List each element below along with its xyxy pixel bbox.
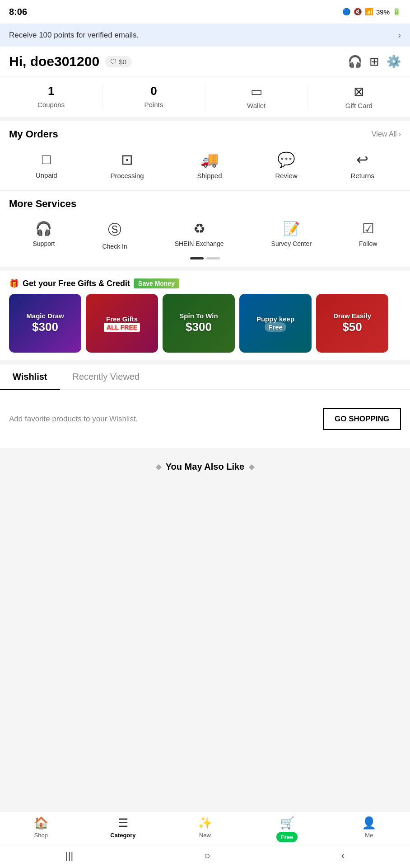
recently-viewed-tab-label: Recently Viewed <box>73 372 140 382</box>
gift-card-free-gifts[interactable]: Free GiftsALL FREE <box>86 294 158 353</box>
services-title: More Services <box>9 198 76 210</box>
header: Hi, doe301200 🛡 $0 🎧 ⊞ ⚙️ <box>0 47 410 76</box>
coupons-label: Coupons <box>37 101 65 108</box>
system-back-icon[interactable]: ‹ <box>341 850 345 862</box>
status-icons: 🔵 🔇 📶 39% 🔋 <box>342 8 401 16</box>
wishlist-empty-text: Add favorite products to your Wishlist. <box>9 415 138 424</box>
support-icon: 🎧 <box>35 221 52 236</box>
me-icon: 👤 <box>362 816 376 830</box>
review-icon: 💬 <box>277 151 295 168</box>
returns-icon: ↩ <box>356 151 368 168</box>
promo-arrow: › <box>398 30 401 40</box>
new-icon: ✨ <box>198 816 212 830</box>
points-label: Points <box>144 101 163 108</box>
services-header: More Services <box>9 198 401 210</box>
survey-icon: 📝 <box>283 221 300 236</box>
settings-icon[interactable]: ⚙️ <box>387 55 401 69</box>
points-stat[interactable]: 0 Points <box>102 84 205 109</box>
scan-icon[interactable]: ⊞ <box>369 55 379 69</box>
exchange-service[interactable]: ♻ SHEIN Exchange <box>171 217 228 254</box>
status-bar: 8:06 🔵 🔇 📶 39% 🔋 <box>0 0 410 24</box>
view-all-arrow: › <box>399 130 401 138</box>
unpaid-icon: □ <box>42 151 51 168</box>
processing-order[interactable]: ⊡ Processing <box>106 147 148 183</box>
giftcard-stat[interactable]: ⊠ Gift Card <box>308 84 410 109</box>
category-label: Category <box>110 832 135 839</box>
wishlist-tab-label: Wishlist <box>13 372 47 382</box>
nav-cart[interactable]: 🛒 Free <box>246 816 328 842</box>
gifts-scroll[interactable]: Magic Draw$300 Free GiftsALL FREE Spin T… <box>0 294 410 353</box>
greeting: Hi, doe301200 <box>9 54 99 69</box>
unpaid-order[interactable]: □ Unpaid <box>31 147 62 183</box>
services-row: 🎧 Support Ⓢ Check In ♻ SHEIN Exchange 📝 … <box>9 217 401 254</box>
survey-label: Survey Center <box>271 240 312 247</box>
wishlist-section: Wishlist Recently Viewed Add favorite pr… <box>0 364 410 448</box>
tabs-row: Wishlist Recently Viewed <box>0 364 410 390</box>
tab-recently-viewed[interactable]: Recently Viewed <box>60 364 153 389</box>
orders-section: My Orders View All › □ Unpaid ⊡ Processi… <box>0 121 410 190</box>
shipped-order[interactable]: 🚚 Shipped <box>192 147 226 183</box>
giftcard-label: Gift Card <box>345 102 373 109</box>
gift-card-label-draw: Draw Easily$50 <box>333 312 371 334</box>
view-all-label: View All <box>372 130 397 138</box>
gifts-header-text: Get your Free Gifts & Credit <box>23 279 130 288</box>
shop-label: Shop <box>34 832 48 839</box>
status-time: 8:06 <box>9 7 27 17</box>
gift-card-magic-draw[interactable]: Magic Draw$300 <box>9 294 81 353</box>
gift-card-puppy[interactable]: Puppy keepFree <box>239 294 312 353</box>
balance-badge[interactable]: 🛡 $0 <box>105 56 132 67</box>
also-like-label: You May Also Like <box>166 462 244 472</box>
gift-card-spin[interactable]: Spin To Win$300 <box>163 294 235 353</box>
system-nav: ||| ○ ‹ <box>0 845 410 868</box>
gift-card-label-puppy: Puppy keepFree <box>256 315 294 331</box>
points-count: 0 <box>150 84 157 98</box>
go-shopping-button[interactable]: GO SHOPPING <box>323 408 401 430</box>
orders-row: □ Unpaid ⊡ Processing 🚚 Shipped 💬 Review… <box>9 147 401 183</box>
services-section: More Services 🎧 Support Ⓢ Check In ♻ SHE… <box>0 190 410 267</box>
survey-service[interactable]: 📝 Survey Center <box>268 217 315 254</box>
battery-text: 39% <box>376 8 390 16</box>
nav-category[interactable]: ☰ Category <box>82 816 164 842</box>
review-order[interactable]: 💬 Review <box>270 147 302 183</box>
shipped-icon: 🚚 <box>200 151 219 168</box>
wallet-icon: ▭ <box>251 84 262 99</box>
wallet-stat[interactable]: ▭ Wallet <box>205 84 308 109</box>
gift-card-label-spin: Spin To Win$300 <box>179 312 218 334</box>
returns-label: Returns <box>351 172 375 179</box>
cart-icon: 🛒 <box>280 816 294 830</box>
wishlist-empty: Add favorite products to your Wishlist. … <box>0 390 410 448</box>
nav-items: 🏠 Shop ☰ Category ✨ New 🛒 Free 👤 Me <box>0 811 410 845</box>
save-money-badge: Save Money <box>134 278 179 288</box>
wifi-icon: 📶 <box>365 8 373 16</box>
also-like-content <box>9 472 401 517</box>
system-home-icon[interactable]: ○ <box>204 850 210 862</box>
category-icon: ☰ <box>118 816 128 830</box>
unpaid-label: Unpaid <box>36 171 57 179</box>
coupons-stat[interactable]: 1 Coupons <box>0 84 102 109</box>
header-icons: 🎧 ⊞ ⚙️ <box>348 55 401 69</box>
gift-card-label-free: Free GiftsALL FREE <box>104 315 140 331</box>
exchange-label: SHEIN Exchange <box>175 240 224 247</box>
also-like-section: ◆ You May Also Like ◆ <box>0 453 410 526</box>
view-all-button[interactable]: View All › <box>372 130 401 138</box>
orders-title: My Orders <box>9 128 58 140</box>
tab-wishlist[interactable]: Wishlist <box>0 364 60 389</box>
review-label: Review <box>275 172 297 179</box>
nav-me[interactable]: 👤 Me <box>328 816 410 842</box>
support-service[interactable]: 🎧 Support <box>29 217 58 254</box>
gifts-title: 🎁 <box>9 278 19 288</box>
giftcard-icon: ⊠ <box>354 84 364 99</box>
header-left: Hi, doe301200 🛡 $0 <box>9 54 132 69</box>
follow-service[interactable]: ☑ Follow <box>355 217 381 254</box>
also-like-title: ◆ You May Also Like ◆ <box>9 462 401 472</box>
gift-card-label: Magic Draw$300 <box>26 312 64 334</box>
checkin-service[interactable]: Ⓢ Check In <box>98 217 130 254</box>
gift-card-draw[interactable]: Draw Easily$50 <box>316 294 388 353</box>
nav-shop[interactable]: 🏠 Shop <box>0 816 82 842</box>
nav-new[interactable]: ✨ New <box>164 816 246 842</box>
wallet-label: Wallet <box>247 102 266 109</box>
headset-icon[interactable]: 🎧 <box>348 55 362 69</box>
promo-banner[interactable]: Receive 100 points for verified emails. … <box>0 24 410 47</box>
returns-order[interactable]: ↩ Returns <box>346 147 379 183</box>
system-menu-icon[interactable]: ||| <box>65 850 73 862</box>
